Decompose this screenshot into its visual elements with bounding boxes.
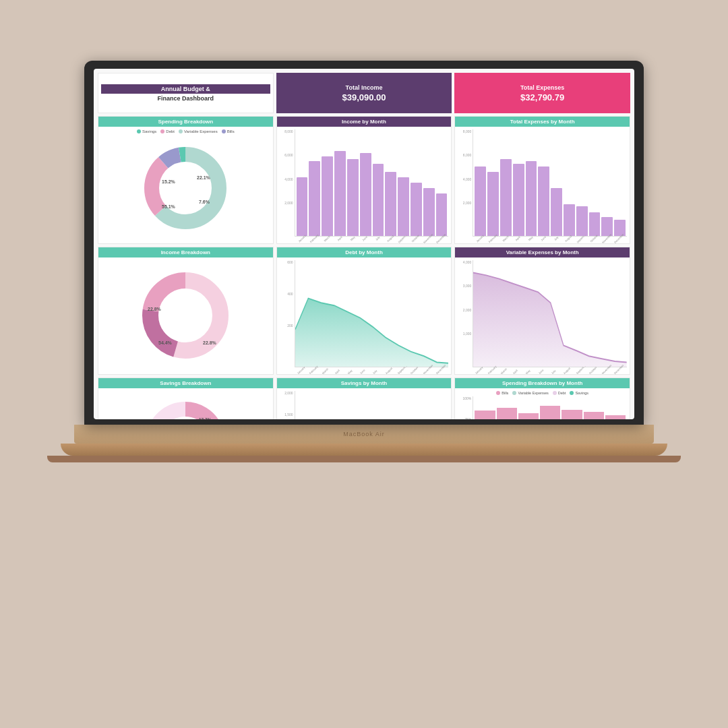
legend-variable: Variable Expenses: [179, 129, 218, 133]
macbook-bottom: MacBook Air: [74, 425, 654, 444]
bar-apr: [334, 129, 346, 236]
bar-oct: [411, 129, 422, 236]
laptop-container: Annual Budget & Finance Dashboard Total …: [74, 61, 654, 667]
stacked-label-debt: Debt: [558, 391, 566, 395]
bar-jun: [360, 129, 371, 236]
stacked-label-savings: Savings: [575, 391, 588, 395]
macbook-base: [61, 444, 667, 456]
debt-y-600: 600: [280, 260, 293, 264]
svg-text:17.7%: 17.7%: [199, 417, 212, 419]
spending-legend: Savings Debt Variable Expenses: [137, 129, 235, 133]
stacked-dot-debt: [553, 391, 557, 395]
total-expenses-by-month-card: Total Expenses by Month 8,000 6,000 4,00…: [454, 116, 630, 244]
income-by-month-card: Income by Month 8,000 6,000 4,000 2,000: [276, 116, 452, 244]
income-bar-chart: 8,000 6,000 4,000 2,000: [280, 129, 449, 241]
legend-dot-variable: [179, 129, 183, 133]
savings-by-month-body: 2,000 1,500 1,000 500: [277, 388, 452, 419]
var-y-3000: 3,000: [458, 284, 471, 288]
exp-y-4000: 4,000: [458, 177, 471, 181]
stacked-dot-savings: [570, 391, 574, 395]
exp-y-2000: 2,000: [458, 201, 471, 205]
spending-donut-container: Savings Debt Variable Expenses: [101, 129, 270, 241]
spending-breakdown-by-month-card: Spending Breakdown by Month Bills Va: [454, 377, 630, 419]
spending-donut-svg: 15.2% 22.1% 7.6% 55.1%: [142, 135, 229, 241]
svg-marker-17: [473, 272, 627, 367]
spending-breakdown-card: Spending Breakdown Savings Debt: [98, 116, 274, 244]
income-breakdown-body: 22.8% 54.4% 22.8%: [98, 257, 273, 374]
total-expenses-body: 8,000 6,000 4,000 2,000: [455, 127, 630, 243]
savings-breakdown-body: 17.7% 18.1% 9.7% 19.3%: [98, 388, 273, 419]
stk-y-75: 75%: [458, 417, 471, 419]
svg-point-12: [162, 292, 209, 339]
stacked-dot-var: [512, 391, 516, 395]
stacked-col-5: [562, 410, 582, 419]
stacked-legend: Bills Variable Expenses Debt: [458, 391, 627, 395]
income-donut-svg: 22.8% 54.4% 22.8%: [138, 260, 233, 371]
screen-inner: Annual Budget & Finance Dashboard Total …: [94, 69, 634, 419]
legend-debt: Debt: [160, 129, 175, 133]
expenses-bar-chart: 8,000 6,000 4,000 2,000: [458, 129, 627, 241]
x-axis-labels-income: January February March April May June Ju…: [280, 237, 449, 241]
stacked-legend-bills: Bills: [496, 391, 508, 395]
exp-y-6000: 6,000: [458, 153, 471, 157]
stacked-label-bills: Bills: [502, 391, 508, 395]
debt-by-month-card: Debt by Month 600 400 200: [276, 247, 452, 375]
total-income-value: $39,090.00: [342, 92, 386, 102]
savings-breakdown-card: Savings Breakdown: [98, 377, 274, 419]
y-label-2000: 2,000: [280, 201, 293, 205]
income-breakdown-header: Income Breakdown: [98, 247, 273, 257]
bar-aug: [385, 129, 396, 236]
y-label-6000: 6,000: [280, 153, 293, 157]
legend-dot-bills: [222, 129, 226, 133]
svg-text:55.1%: 55.1%: [162, 204, 176, 209]
stacked-col-3: [518, 413, 539, 419]
legend-label-bills: Bills: [227, 129, 235, 133]
savings-by-month-header: Savings by Month: [277, 378, 452, 388]
y-label-4000: 4,000: [280, 177, 293, 181]
dashboard: Annual Budget & Finance Dashboard Total …: [94, 69, 634, 419]
savings-breakdown-header: Savings Breakdown: [98, 378, 273, 388]
legend-dot-debt: [160, 129, 164, 133]
total-income-card: Total Income $39,090.00: [276, 73, 452, 113]
legend-label-variable: Variable Expenses: [184, 129, 218, 133]
stacked-col-4: [540, 406, 560, 419]
stacked-bar-chart: Bills Variable Expenses Debt: [458, 391, 627, 419]
var-y-2000: 2,000: [458, 308, 471, 312]
total-expenses-card: Total Expenses $32,790.79: [454, 73, 630, 113]
savings-donut-container: 17.7% 18.1% 9.7% 19.3%: [101, 391, 270, 419]
spending-breakdown-body: Savings Debt Variable Expenses: [98, 127, 273, 243]
macbook-foot: [47, 456, 681, 462]
legend-savings: Savings: [137, 129, 156, 133]
screen-bezel: Annual Budget & Finance Dashboard Total …: [84, 61, 644, 425]
stacked-legend-var: Variable Expenses: [512, 391, 548, 395]
legend-label-debt: Debt: [166, 129, 175, 133]
sav-y-1500: 1,500: [280, 413, 293, 417]
bar-sep: [398, 129, 409, 236]
variable-expenses-body: 4,000 3,000 2,000 1,000: [455, 257, 630, 374]
var-y-1000: 1,000: [458, 332, 471, 336]
dashboard-title-card: Annual Budget & Finance Dashboard: [98, 73, 274, 113]
legend-bills: Bills: [222, 129, 235, 133]
bar-feb: [309, 129, 320, 236]
income-breakdown-card: Income Breakdown: [98, 247, 274, 375]
debt-by-month-header: Debt by Month: [277, 247, 452, 257]
total-income-label: Total Income: [346, 84, 383, 91]
title-bar: Annual Budget &: [101, 84, 270, 94]
svg-text:22.1%: 22.1%: [197, 175, 211, 180]
svg-text:22.8%: 22.8%: [203, 340, 217, 345]
legend-dot-savings: [137, 129, 141, 133]
bar-jul: [373, 129, 384, 236]
variable-expenses-header: Variable Expenses by Month: [455, 247, 630, 257]
bar-mar: [322, 129, 333, 236]
spending-breakdown-by-month-header: Spending Breakdown by Month: [455, 378, 630, 388]
macbook-label: MacBook Air: [343, 431, 385, 437]
savings-donut-svg: 17.7% 18.1% 9.7% 19.3%: [138, 391, 233, 419]
stacked-dot-bills: [496, 391, 500, 395]
variable-expenses-by-month-card: Variable Expenses by Month 4,000 3,000 2…: [454, 247, 630, 375]
svg-text:54.4%: 54.4%: [158, 340, 173, 345]
stacked-col-6: [584, 412, 604, 419]
stacked-col-1: [475, 411, 495, 419]
total-expenses-value: $32,790.79: [520, 92, 564, 102]
debt-y-400: 400: [280, 292, 293, 296]
bar-dec: [436, 129, 448, 236]
